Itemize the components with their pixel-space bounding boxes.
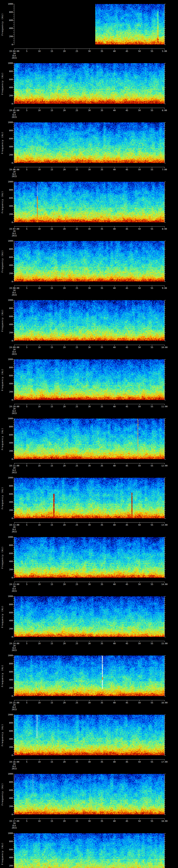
x-tick <box>114 404 115 405</box>
y-tick <box>165 668 165 668</box>
x-tick <box>14 582 14 583</box>
end-time-label: 18:00 <box>157 820 171 823</box>
y-tick <box>13 212 14 213</box>
x-tick-label: 40 <box>111 346 118 349</box>
x-tick-label: 20 <box>61 110 68 112</box>
x-tick <box>114 167 115 168</box>
x-tick-label: 45 <box>123 50 130 53</box>
y-tick <box>13 623 14 623</box>
y-tick-label: 1000 <box>4 121 13 124</box>
y-tick-label: 200 <box>4 746 13 748</box>
y-tick <box>13 563 14 564</box>
x-tick-label: 40 <box>111 643 118 645</box>
x-tick-label: 45 <box>123 643 130 645</box>
x-tick-label: 15 <box>48 50 55 53</box>
y-tick-label: 0 <box>4 577 13 579</box>
y-tick <box>165 186 165 186</box>
y-tick <box>165 437 165 437</box>
x-tick-label: 20 <box>61 702 68 704</box>
x-tick-label: 20 <box>61 168 68 171</box>
y-tick <box>13 147 14 147</box>
x-tick <box>102 641 102 642</box>
x-tick <box>102 463 102 464</box>
x-tick-label: 25 <box>73 228 80 230</box>
y-tick <box>165 715 166 715</box>
x-tick <box>102 108 102 109</box>
x-tick-label: 55 <box>148 643 155 645</box>
y-tick <box>165 310 165 311</box>
date-year-label: 2015 <box>6 471 23 474</box>
x-tick-label: 40 <box>111 110 118 112</box>
y-tick <box>165 551 165 552</box>
spectrogram-panel: Frequency (Hz)02004006008001000510152025… <box>0 355 178 414</box>
spectrogram-panel: Frequency (Hz)02004006008001000510152025… <box>0 474 178 533</box>
y-tick <box>13 251 14 251</box>
y-axis-title: Frequency (Hz) <box>1 842 4 865</box>
y-tick <box>165 26 165 27</box>
y-tick <box>13 337 14 337</box>
y-tick <box>13 559 14 560</box>
y-tick <box>165 613 166 613</box>
y-tick <box>13 539 14 539</box>
y-tick <box>13 858 14 858</box>
y-tick-label: 200 <box>4 628 13 630</box>
y-tick <box>165 747 166 747</box>
y-tick <box>13 92 14 92</box>
x-tick-label: 10 <box>36 346 43 349</box>
x-tick <box>127 463 127 464</box>
y-tick <box>165 443 166 443</box>
x-tick <box>114 463 115 464</box>
x-tick-label: 55 <box>148 346 155 349</box>
y-tick <box>165 839 165 840</box>
y-tick <box>13 545 14 546</box>
y-tick <box>13 488 14 488</box>
x-tick <box>127 819 127 820</box>
x-tick <box>127 49 127 50</box>
y-tick <box>165 545 166 546</box>
y-tick <box>165 506 165 506</box>
y-tick <box>165 329 165 329</box>
x-tick-label: 10 <box>36 524 43 526</box>
x-tick-label: 40 <box>111 50 118 53</box>
y-tick <box>13 359 14 360</box>
y-axis-title: Frequency (Hz) <box>1 250 4 272</box>
x-tick-label: 40 <box>111 168 118 171</box>
y-tick <box>165 194 165 194</box>
y-tick-label: 400 <box>4 442 13 444</box>
x-tick-label: 55 <box>148 583 155 586</box>
y-tick <box>13 98 14 98</box>
x-tick <box>127 760 127 761</box>
y-tick-label: 1000 <box>4 62 13 64</box>
y-tick <box>165 563 165 564</box>
y-tick <box>165 253 165 253</box>
x-tick-label: 15 <box>48 287 55 289</box>
y-tick-label: 200 <box>4 687 13 689</box>
x-tick-label: 45 <box>123 820 130 823</box>
end-time-label: 12:00 <box>157 465 171 467</box>
spectrogram-panel: Frequency (Hz)02004006008001000510152025… <box>0 414 178 474</box>
y-tick <box>165 635 165 635</box>
x-tick <box>89 49 90 50</box>
date-year-label: 2015 <box>6 827 23 829</box>
y-tick-label: 400 <box>4 560 13 563</box>
y-tick <box>13 510 14 510</box>
y-tick <box>165 862 165 862</box>
x-tick-label: 35 <box>98 406 105 408</box>
y-tick <box>13 218 14 219</box>
y-tick <box>13 516 14 517</box>
y-tick <box>13 721 14 721</box>
y-tick <box>13 279 14 280</box>
spectrogram-panel: Frequency (Hz)02004006008001000510152025… <box>0 652 178 711</box>
x-tick <box>14 404 14 405</box>
y-tick <box>13 555 14 556</box>
end-time-label: 8:00 <box>157 228 171 230</box>
x-tick-label: 55 <box>148 406 155 408</box>
x-tick-label: 20 <box>61 465 68 467</box>
y-tick-label: 1000 <box>4 299 13 301</box>
y-tick <box>13 141 14 141</box>
date-year-label: 2015 <box>6 590 23 592</box>
y-tick <box>13 267 14 268</box>
y-tick <box>13 136 14 137</box>
y-tick <box>165 854 165 854</box>
x-tick <box>114 582 115 583</box>
